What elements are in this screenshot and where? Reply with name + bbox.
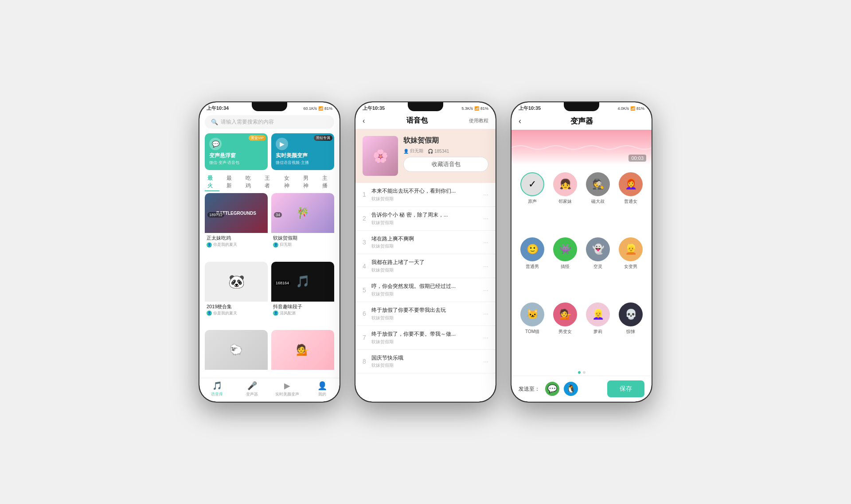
track-item-2[interactable]: 2 告诉你个小 秘 密，除了周末，... 软妹贺假期 ··· (355, 207, 496, 231)
notch-3 (564, 102, 599, 111)
qq-button[interactable]: 🐧 (564, 382, 578, 396)
nav-changer[interactable]: 🎤 变声器 (234, 381, 269, 397)
phone3-header: ‹ 变声器 (511, 112, 652, 130)
page-title-3: 变声器 (570, 116, 593, 126)
nav-profile[interactable]: 👤 我的 (304, 381, 340, 397)
battery-2: 81% (480, 106, 488, 111)
bottom-actions: 发送至： 💬 🐧 保存 (511, 376, 652, 402)
track-info-7: 终于放假了，你要不要。带我～做... 软妹贺假期 (371, 330, 483, 345)
nav-library[interactable]: 🎵 语音库 (199, 381, 234, 397)
track-dots-7[interactable]: ··· (483, 334, 488, 341)
changer-icon: 🎤 (247, 381, 257, 391)
track-num-1: 1 (363, 191, 371, 198)
banner-card-2[interactable]: 黑钻专属 ▶ 实时美颜变声 微信语音视频·主播 (271, 133, 334, 170)
grid-card-5[interactable]: 🐑 (205, 330, 268, 378)
phone-3: 上午10:35 🔥🔔 4.0K/s 📶 81% ‹ 变声器 00:03 ✓ 原声… (511, 101, 652, 403)
voice-avatar-10: 👱‍♀️ (586, 302, 610, 326)
voice-option-9[interactable]: 💁 男变女 (551, 302, 579, 362)
voice-option-4[interactable]: 🙂 普通男 (519, 237, 546, 297)
track-num-6: 6 (363, 310, 371, 317)
signal-1: 60.1K/s (303, 106, 317, 111)
grid-card-1[interactable]: BATTLEGROUNDS 189712 正太妹吃鸡 👤 你是我的夏天 (205, 193, 268, 258)
track-item-4[interactable]: 4 我都在路上堵了一天了 软妹贺假期 ··· (355, 254, 496, 278)
collect-button[interactable]: 收藏语音包 (403, 157, 488, 172)
pack-meta: 👤 归无期 🎧 185341 (403, 148, 488, 154)
track-author-8: 软妹贺假期 (371, 362, 483, 368)
status-icons-3: 4.0K/s 📶 81% (617, 106, 644, 111)
voice-option-0[interactable]: ✓ 原声 (519, 172, 546, 232)
track-item-7[interactable]: 7 终于放假了，你要不要。带我～做... 软妹贺假期 ··· (355, 326, 496, 350)
tab-zhubo[interactable]: 主播 (320, 174, 334, 191)
screen-2: 上午10:35 🔥 5.3K/s 📶 81% ‹ 语音包 使用教程 🌸 软妹贺假… (355, 102, 496, 402)
time-2: 上午10:35 (363, 105, 385, 112)
grid-card-2[interactable]: 🎋 34 软妹贺假期 👤 归无期 (271, 193, 334, 258)
pack-info: 🌸 软妹贺假期 👤 归无期 🎧 185341 收藏语音包 (355, 129, 496, 183)
page-dot-2[interactable] (583, 371, 586, 374)
voice-option-1[interactable]: 👧 邻家妹 (551, 172, 579, 232)
search-bar[interactable]: 🔍 请输入需要搜索的内容 (205, 115, 334, 129)
tab-wangzhe[interactable]: 王者 (262, 174, 277, 191)
voice-visualizer: 00:03 (511, 130, 652, 165)
track-dots-3[interactable]: ··· (483, 239, 488, 246)
banner-icon-1: 💬 (209, 138, 222, 150)
tutorial-link[interactable]: 使用教程 (469, 117, 488, 124)
page-title-2: 语音包 (406, 116, 428, 125)
back-button-2[interactable]: ‹ (363, 117, 365, 125)
wifi-icon-1: 📶 (318, 106, 323, 111)
banner-card-1[interactable]: 黄金VIP 💬 变声悬浮窗 微信·变声·语音包 (205, 133, 268, 170)
pack-details: 软妹贺假期 👤 归无期 🎧 185341 收藏语音包 (403, 136, 488, 176)
banner-sub-1: 微信·变声·语音包 (209, 160, 263, 166)
track-item-6[interactable]: 6 终于放假了你要不要带我出去玩 软妹贺假期 ··· (355, 302, 496, 326)
track-num-2: 2 (363, 215, 371, 222)
voice-options-grid: ✓ 原声 👧 邻家妹 🕵 磁大叔 👩‍🦰 普通女 🙂 普通男 👾 搞怪 👻 空灵… (511, 165, 652, 369)
voice-option-8[interactable]: 🐱 TOM猫 (519, 302, 546, 362)
card-author-1: 👤 你是我的夏天 (205, 242, 268, 250)
track-info-5: 哼，你会突然发现。假期已经过过... 软妹贺假期 (371, 283, 483, 297)
track-item-5[interactable]: 5 哼，你会突然发现。假期已经过过... 软妹贺假期 ··· (355, 278, 496, 302)
voice-option-5[interactable]: 👾 搞怪 (551, 237, 579, 297)
save-button[interactable]: 保存 (607, 380, 644, 397)
voice-option-2[interactable]: 🕵 磁大叔 (584, 172, 612, 232)
status-icons-1: 60.1K/s 📶 81% (303, 106, 332, 111)
banner-badge-1: 黄金VIP (249, 135, 266, 141)
voice-option-6[interactable]: 👻 空灵 (584, 237, 612, 297)
wechat-button[interactable]: 💬 (545, 382, 559, 396)
banner-badge-2: 黑钻专属 (314, 135, 332, 141)
track-author-6: 软妹贺假期 (371, 315, 483, 321)
track-item-8[interactable]: 8 国庆节快乐哦 软妹贺假期 ··· (355, 350, 496, 374)
tab-nanshen[interactable]: 男神 (301, 174, 315, 191)
voice-avatar-9: 💁 (553, 302, 577, 326)
nav-realtime[interactable]: ▶ 实时美颜变声 (269, 381, 304, 397)
page-dot-1[interactable] (578, 371, 581, 374)
grid-card-6[interactable]: 💁 (271, 330, 334, 378)
battery-3: 81% (636, 106, 644, 111)
track-item-1[interactable]: 1 本来不能出去玩不开心，看到你们... 软妹贺假期 ··· (355, 183, 496, 207)
back-button-3[interactable]: ‹ (519, 116, 521, 126)
track-dots-8[interactable]: ··· (483, 358, 488, 365)
wifi-icon-3: 📶 (630, 106, 635, 111)
tab-zuixin[interactable]: 最新 (224, 174, 238, 191)
tab-chiji[interactable]: 吃鸡 (243, 174, 258, 191)
voice-option-3[interactable]: 👩‍🦰 普通女 (617, 172, 644, 232)
track-dots-6[interactable]: ··· (483, 310, 488, 317)
banner-title-2: 实时美颜变声 (276, 152, 330, 159)
track-list: 1 本来不能出去玩不开心，看到你们... 软妹贺假期 ··· 2 告诉你个小 秘… (355, 183, 496, 402)
track-dots-1[interactable]: ··· (483, 191, 488, 198)
voice-option-10[interactable]: 👱‍♀️ 萝莉 (584, 302, 612, 362)
grid-card-3[interactable]: 🐼 2019梗合集 👤 你是我的夏天 (205, 262, 268, 327)
track-dots-4[interactable]: ··· (483, 263, 488, 270)
grid-card-4[interactable]: 🎵 168164 抖音趣味段子 👤 清风配酒 (271, 262, 334, 327)
track-item-3[interactable]: 3 堵在路上爽不爽啊 软妹贺假期 ··· (355, 231, 496, 255)
voice-label-8: TOM猫 (525, 329, 539, 335)
track-info-4: 我都在路上堵了一天了 软妹贺假期 (371, 259, 483, 273)
track-dots-5[interactable]: ··· (483, 287, 488, 294)
tab-nvshen[interactable]: 女神 (281, 174, 296, 191)
voice-option-11[interactable]: 💀 惊悚 (617, 302, 644, 362)
voice-label-1: 邻家妹 (558, 198, 572, 205)
track-dots-2[interactable]: ··· (483, 215, 488, 222)
content-grid: BATTLEGROUNDS 189712 正太妹吃鸡 👤 你是我的夏天 🎋 34… (199, 193, 340, 378)
tab-zuihuo[interactable]: 最火 (205, 174, 219, 191)
voice-avatar-7: 👱 (619, 237, 643, 261)
nav-library-label: 语音库 (211, 392, 223, 397)
voice-option-7[interactable]: 👱 女变男 (617, 237, 644, 297)
